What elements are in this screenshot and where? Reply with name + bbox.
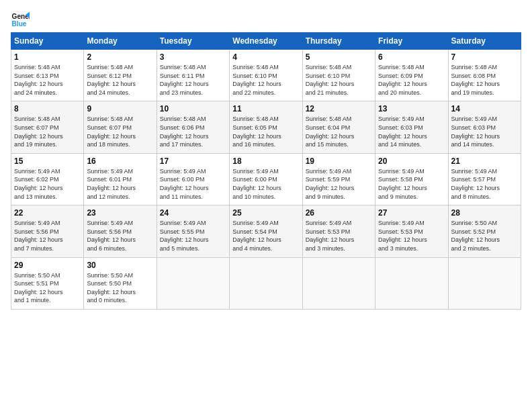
calendar-day-cell: 25Sunrise: 5:49 AM Sunset: 5:54 PM Dayli… xyxy=(230,205,302,257)
day-number: 3 xyxy=(160,52,226,62)
day-info: Sunrise: 5:48 AM Sunset: 6:13 PM Dayligh… xyxy=(14,63,81,97)
calendar-week-row: 22Sunrise: 5:49 AM Sunset: 5:56 PM Dayli… xyxy=(11,205,521,257)
calendar-day-cell: 9Sunrise: 5:48 AM Sunset: 6:07 PM Daylig… xyxy=(84,101,157,153)
day-number: 11 xyxy=(232,104,299,113)
day-number: 10 xyxy=(160,104,226,113)
weekday-header-cell: Friday xyxy=(375,33,448,50)
day-info: Sunrise: 5:49 AM Sunset: 5:57 PM Dayligh… xyxy=(451,167,518,201)
calendar-day-cell: 12Sunrise: 5:48 AM Sunset: 6:04 PM Dayli… xyxy=(302,101,375,153)
day-info: Sunrise: 5:49 AM Sunset: 5:56 PM Dayligh… xyxy=(14,219,81,253)
day-number: 5 xyxy=(306,52,372,62)
day-number: 21 xyxy=(451,156,518,166)
day-info: Sunrise: 5:49 AM Sunset: 5:53 PM Dayligh… xyxy=(378,219,445,253)
day-info: Sunrise: 5:48 AM Sunset: 6:07 PM Dayligh… xyxy=(87,115,153,148)
calendar-week-row: 1Sunrise: 5:48 AM Sunset: 6:13 PM Daylig… xyxy=(11,50,521,101)
calendar-day-cell: 24Sunrise: 5:49 AM Sunset: 5:55 PM Dayli… xyxy=(157,205,229,257)
weekday-header-cell: Saturday xyxy=(448,33,521,50)
day-number: 30 xyxy=(87,261,153,270)
day-number: 7 xyxy=(451,52,518,62)
calendar-day-cell: 5Sunrise: 5:48 AM Sunset: 6:10 PM Daylig… xyxy=(302,50,375,101)
day-number: 9 xyxy=(87,104,153,113)
day-info: Sunrise: 5:49 AM Sunset: 6:00 PM Dayligh… xyxy=(232,167,299,201)
calendar-day-cell: 20Sunrise: 5:49 AM Sunset: 5:58 PM Dayli… xyxy=(375,153,448,205)
calendar-day-cell: 11Sunrise: 5:48 AM Sunset: 6:05 PM Dayli… xyxy=(230,101,302,153)
calendar-day-cell: 13Sunrise: 5:49 AM Sunset: 6:03 PM Dayli… xyxy=(375,101,448,153)
weekday-header-cell: Thursday xyxy=(302,33,375,50)
calendar-day-cell: 2Sunrise: 5:48 AM Sunset: 6:12 PM Daylig… xyxy=(84,50,157,101)
day-info: Sunrise: 5:48 AM Sunset: 6:05 PM Dayligh… xyxy=(232,115,299,148)
calendar-day-cell: 28Sunrise: 5:50 AM Sunset: 5:52 PM Dayli… xyxy=(448,205,521,257)
day-info: Sunrise: 5:48 AM Sunset: 6:07 PM Dayligh… xyxy=(14,115,81,148)
calendar-day-cell xyxy=(375,257,448,309)
calendar-day-cell: 14Sunrise: 5:49 AM Sunset: 6:03 PM Dayli… xyxy=(448,101,521,153)
page-header: General Blue xyxy=(11,11,521,30)
day-info: Sunrise: 5:48 AM Sunset: 6:11 PM Dayligh… xyxy=(160,63,226,97)
calendar-day-cell: 6Sunrise: 5:48 AM Sunset: 6:09 PM Daylig… xyxy=(375,50,448,101)
day-number: 24 xyxy=(160,208,226,218)
calendar-day-cell: 3Sunrise: 5:48 AM Sunset: 6:11 PM Daylig… xyxy=(157,50,229,101)
weekday-header-cell: Monday xyxy=(84,33,157,50)
day-number: 26 xyxy=(306,208,372,218)
calendar-day-cell: 21Sunrise: 5:49 AM Sunset: 5:57 PM Dayli… xyxy=(448,153,521,205)
day-info: Sunrise: 5:50 AM Sunset: 5:51 PM Dayligh… xyxy=(14,271,81,305)
calendar-day-cell xyxy=(157,257,229,309)
weekday-header-cell: Tuesday xyxy=(157,33,229,50)
logo-icon: General Blue xyxy=(11,11,30,30)
day-number: 19 xyxy=(306,156,372,166)
day-info: Sunrise: 5:50 AM Sunset: 5:52 PM Dayligh… xyxy=(451,219,518,253)
day-info: Sunrise: 5:49 AM Sunset: 6:03 PM Dayligh… xyxy=(451,115,518,148)
calendar-day-cell: 30Sunrise: 5:50 AM Sunset: 5:50 PM Dayli… xyxy=(84,257,157,309)
logo: General Blue xyxy=(11,11,30,30)
calendar-day-cell: 27Sunrise: 5:49 AM Sunset: 5:53 PM Dayli… xyxy=(375,205,448,257)
calendar-day-cell: 26Sunrise: 5:49 AM Sunset: 5:53 PM Dayli… xyxy=(302,205,375,257)
calendar-day-cell: 23Sunrise: 5:49 AM Sunset: 5:56 PM Dayli… xyxy=(84,205,157,257)
day-number: 15 xyxy=(14,156,81,166)
calendar-day-cell xyxy=(302,257,375,309)
day-number: 8 xyxy=(14,104,81,113)
calendar-day-cell: 4Sunrise: 5:48 AM Sunset: 6:10 PM Daylig… xyxy=(230,50,302,101)
day-number: 29 xyxy=(14,261,81,270)
calendar-week-row: 15Sunrise: 5:49 AM Sunset: 6:02 PM Dayli… xyxy=(11,153,521,205)
day-info: Sunrise: 5:49 AM Sunset: 6:02 PM Dayligh… xyxy=(14,167,81,201)
calendar-day-cell: 22Sunrise: 5:49 AM Sunset: 5:56 PM Dayli… xyxy=(11,205,84,257)
day-number: 14 xyxy=(451,104,518,113)
calendar-day-cell: 29Sunrise: 5:50 AM Sunset: 5:51 PM Dayli… xyxy=(11,257,84,309)
calendar-day-cell: 18Sunrise: 5:49 AM Sunset: 6:00 PM Dayli… xyxy=(230,153,302,205)
day-number: 22 xyxy=(14,208,81,218)
day-info: Sunrise: 5:49 AM Sunset: 5:55 PM Dayligh… xyxy=(160,219,226,253)
calendar-day-cell: 1Sunrise: 5:48 AM Sunset: 6:13 PM Daylig… xyxy=(11,50,84,101)
weekday-header-cell: Wednesday xyxy=(230,33,302,50)
day-number: 18 xyxy=(232,156,299,166)
day-info: Sunrise: 5:49 AM Sunset: 5:54 PM Dayligh… xyxy=(232,219,299,253)
day-info: Sunrise: 5:48 AM Sunset: 6:10 PM Dayligh… xyxy=(232,63,299,97)
day-number: 20 xyxy=(378,156,445,166)
day-info: Sunrise: 5:48 AM Sunset: 6:04 PM Dayligh… xyxy=(306,115,372,148)
day-number: 6 xyxy=(378,52,445,62)
calendar-day-cell: 7Sunrise: 5:48 AM Sunset: 6:08 PM Daylig… xyxy=(448,50,521,101)
day-number: 2 xyxy=(87,52,153,62)
day-info: Sunrise: 5:48 AM Sunset: 6:08 PM Dayligh… xyxy=(451,63,518,97)
day-info: Sunrise: 5:50 AM Sunset: 5:50 PM Dayligh… xyxy=(87,271,153,305)
day-number: 17 xyxy=(160,156,226,166)
svg-text:Blue: Blue xyxy=(12,20,27,28)
day-number: 1 xyxy=(14,52,81,62)
day-info: Sunrise: 5:49 AM Sunset: 5:58 PM Dayligh… xyxy=(378,167,445,201)
day-number: 12 xyxy=(306,104,372,113)
calendar-day-cell: 10Sunrise: 5:48 AM Sunset: 6:06 PM Dayli… xyxy=(157,101,229,153)
day-number: 13 xyxy=(378,104,445,113)
calendar-day-cell: 19Sunrise: 5:49 AM Sunset: 5:59 PM Dayli… xyxy=(302,153,375,205)
day-info: Sunrise: 5:49 AM Sunset: 5:53 PM Dayligh… xyxy=(306,219,372,253)
day-number: 16 xyxy=(87,156,153,166)
calendar-day-cell: 17Sunrise: 5:49 AM Sunset: 6:00 PM Dayli… xyxy=(157,153,229,205)
day-info: Sunrise: 5:48 AM Sunset: 6:09 PM Dayligh… xyxy=(378,63,445,97)
calendar-day-cell xyxy=(230,257,302,309)
calendar-body: 1Sunrise: 5:48 AM Sunset: 6:13 PM Daylig… xyxy=(11,50,521,310)
day-info: Sunrise: 5:48 AM Sunset: 6:10 PM Dayligh… xyxy=(306,63,372,97)
calendar-day-cell: 8Sunrise: 5:48 AM Sunset: 6:07 PM Daylig… xyxy=(11,101,84,153)
day-number: 4 xyxy=(232,52,299,62)
day-number: 23 xyxy=(87,208,153,218)
day-number: 28 xyxy=(451,208,518,218)
calendar-day-cell: 16Sunrise: 5:49 AM Sunset: 6:01 PM Dayli… xyxy=(84,153,157,205)
day-info: Sunrise: 5:49 AM Sunset: 5:56 PM Dayligh… xyxy=(87,219,153,253)
day-info: Sunrise: 5:49 AM Sunset: 6:01 PM Dayligh… xyxy=(87,167,153,201)
